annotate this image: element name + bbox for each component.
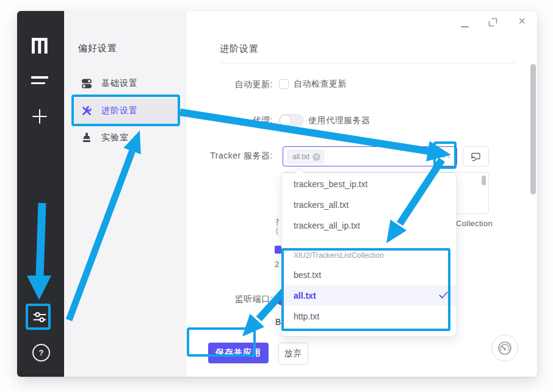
tracker-source-link-fragment[interactable]: Collection bbox=[456, 219, 493, 228]
discard-button-label: 放弃 bbox=[284, 348, 303, 359]
discard-button[interactable]: 放弃 bbox=[278, 343, 308, 365]
sync-trackers-button[interactable] bbox=[463, 146, 489, 166]
dropdown-option[interactable]: trackers_best_ip.txt bbox=[282, 174, 456, 194]
proxy-label: 代理: bbox=[181, 115, 273, 126]
annotation-box-dropdown-group bbox=[281, 248, 450, 331]
covered-text-fragment: 2 bbox=[275, 260, 279, 269]
minimize-icon[interactable] bbox=[461, 26, 469, 27]
device-sync-icon bbox=[471, 152, 481, 162]
task-list-icon[interactable] bbox=[31, 76, 48, 85]
add-task-icon[interactable] bbox=[32, 109, 47, 124]
textarea-scrollbar-thumb[interactable] bbox=[482, 176, 486, 185]
auto-update-checkbox[interactable] bbox=[279, 79, 289, 89]
proxy-toggle[interactable] bbox=[279, 114, 303, 127]
sidebar-item-lab[interactable]: 实验室 bbox=[81, 130, 129, 146]
lab-icon bbox=[81, 132, 92, 143]
covered-text-fragment: ( bbox=[276, 226, 278, 235]
title-divider bbox=[220, 63, 516, 63]
sidebar-item-label: 基础设置 bbox=[101, 78, 138, 89]
close-glyph: × bbox=[518, 14, 526, 28]
covered-text-fragment: B bbox=[275, 317, 281, 328]
help-glyph: ? bbox=[39, 348, 44, 357]
sidebar-item-label: 实验室 bbox=[101, 132, 129, 143]
auto-update-checkbox-label[interactable]: 自动检查更新 bbox=[294, 79, 347, 90]
sidebar-item-basic-settings[interactable]: 基础设置 bbox=[81, 76, 138, 91]
gauge-icon bbox=[497, 340, 513, 356]
annotation-box-settings-icon bbox=[26, 304, 51, 330]
screenshot-stage: ? 偏好设置 基础设置 bbox=[0, 0, 553, 392]
annotation-box-save-button bbox=[187, 327, 256, 357]
annotation-box-chevron bbox=[433, 141, 457, 169]
dropdown-divider bbox=[291, 241, 447, 241]
speed-gauge-button[interactable] bbox=[491, 335, 518, 362]
dropdown-option[interactable]: trackers_all.txt bbox=[282, 194, 456, 215]
tracker-server-label: Tracker 服务器: bbox=[181, 151, 273, 162]
tracker-tag[interactable]: all.txt × bbox=[287, 150, 324, 163]
tracker-tag-label: all.txt bbox=[292, 152, 309, 161]
page-title: 进阶设置 bbox=[220, 43, 259, 55]
tracker-select-input[interactable]: all.txt × bbox=[283, 146, 457, 166]
proxy-toggle-label: 使用代理服务器 bbox=[308, 115, 370, 126]
listen-port-label: 监听端口: bbox=[181, 294, 273, 305]
motrix-logo-icon bbox=[32, 38, 49, 54]
help-icon[interactable]: ? bbox=[32, 344, 50, 362]
scrollbar-thumb[interactable] bbox=[530, 64, 536, 194]
maximize-icon[interactable] bbox=[488, 18, 497, 27]
covered-checkbox-fragment bbox=[275, 246, 281, 254]
auto-update-label: 自动更新: bbox=[181, 79, 273, 90]
dropdown-option[interactable]: trackers_all_ip.txt bbox=[282, 215, 456, 236]
app-window: ? 偏好设置 基础设置 bbox=[17, 11, 537, 377]
preferences-title: 偏好设置 bbox=[78, 43, 117, 54]
toggle-knob bbox=[280, 115, 291, 126]
preferences-panel: 偏好设置 基础设置 进阶设置 bbox=[64, 11, 186, 377]
annotation-box-advanced-item bbox=[71, 94, 180, 126]
tag-close-icon[interactable]: × bbox=[313, 153, 320, 161]
toggles-icon bbox=[81, 78, 92, 89]
close-icon[interactable]: × bbox=[516, 15, 528, 27]
